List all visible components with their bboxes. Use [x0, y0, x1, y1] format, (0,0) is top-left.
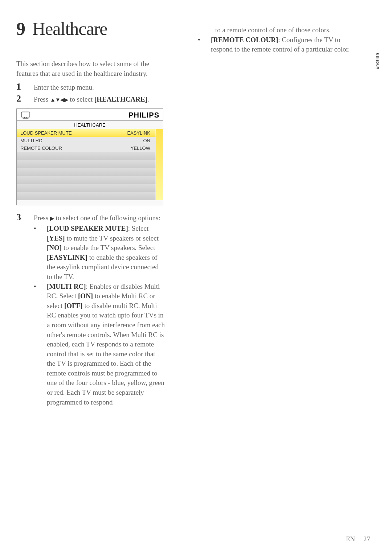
- page-number: 27: [363, 535, 370, 543]
- chapter-title-text: Healthcare: [32, 19, 107, 39]
- menu-row-empty: [17, 168, 156, 176]
- menu-sidebar-highlight: [156, 129, 163, 200]
- step-number: 3: [16, 212, 34, 223]
- right-arrow-icon: ▶: [50, 215, 54, 221]
- menu-row-empty: [17, 176, 156, 184]
- brand-logo: PHILIPS: [128, 111, 159, 119]
- step-number: 2: [16, 93, 34, 104]
- step-3: 3 Press ▶ to select one of the following…: [16, 212, 165, 223]
- option-multi-rc: • [MULTI RC]: Enables or disables Multi …: [34, 282, 165, 407]
- intro-paragraph: This section describes how to select som…: [16, 59, 165, 78]
- menu-row-empty: [17, 160, 156, 168]
- step-1: 1 Enter the setup menu.: [16, 81, 165, 93]
- dpad-arrows-icon: ▲▼◀▶: [50, 97, 68, 103]
- side-language-tab: English: [375, 53, 379, 70]
- menu-row-selected: LOUD SPEAKER MUTE EASYLINK: [17, 129, 156, 137]
- bullet-icon: •: [34, 225, 47, 233]
- chapter-number: 9: [16, 19, 25, 39]
- chapter-heading: 9Healthcare: [16, 18, 165, 39]
- tv-menu-screenshot: PHILIPS HEALTHCARE LOUD SPEAKER MUTE EAS…: [16, 108, 163, 205]
- menu-title: HEALTHCARE: [17, 121, 163, 129]
- menu-row: REMOTE COLOUR YELLOW: [17, 144, 156, 152]
- step-text: Press ▶ to select one of the following o…: [34, 213, 160, 223]
- step-text: Press ▲▼◀▶ to select [HEALTHCARE].: [34, 95, 149, 104]
- menu-row-empty: [17, 184, 156, 192]
- option-loud-speaker-mute: • [LOUD SPEAKER MUTE]: Select [YES] to m…: [34, 224, 165, 282]
- menu-footer: [17, 200, 163, 205]
- svg-rect-0: [21, 112, 30, 117]
- option-multi-rc-continued: to a remote control of one of those colo…: [198, 25, 350, 35]
- bullet-icon: •: [34, 283, 47, 291]
- menu-row-label: REMOTE COLOUR: [17, 144, 106, 152]
- step-text: Enter the setup menu.: [34, 83, 94, 93]
- option-remote-colour: • [REMOTE COLOUR]: Configures the TV to …: [198, 35, 350, 54]
- menu-row-label: LOUD SPEAKER MUTE: [17, 129, 106, 137]
- menu-row-empty: [17, 152, 156, 160]
- menu-row: MULTI RC ON: [17, 137, 156, 144]
- step-number: 1: [16, 81, 34, 92]
- page-footer: EN 27: [346, 535, 370, 543]
- menu-row-value: ON: [106, 137, 156, 144]
- menu-row-value: EASYLINK: [106, 129, 156, 137]
- menu-row-label: MULTI RC: [17, 137, 106, 144]
- menu-header: PHILIPS: [17, 109, 163, 121]
- footer-language: EN: [346, 535, 355, 543]
- menu-row-empty: [17, 192, 156, 200]
- menu-row-value: YELLOW: [106, 144, 156, 152]
- tv-icon: [20, 111, 32, 119]
- step-2: 2 Press ▲▼◀▶ to select [HEALTHCARE].: [16, 93, 165, 104]
- bullet-icon: •: [198, 36, 211, 44]
